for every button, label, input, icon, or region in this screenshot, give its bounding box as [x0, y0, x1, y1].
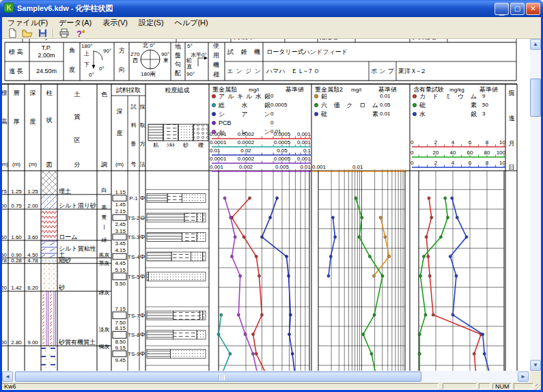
color-tone: | — [98, 223, 111, 229]
standard-header: 基準値 — [479, 86, 498, 93]
title-bar[interactable]: K Samplev6.kdw - 化学柱状図 ▁ ▢ ✕ — [0, 0, 543, 17]
depth-value: 9.00 — [25, 339, 41, 346]
thickness-value: 0.28 — [8, 257, 25, 264]
document-sheet: T only not mds代理人指定者ク責任者標 高T.P.2.00m進 長2… — [2, 39, 530, 371]
legend-standard-value: 0.0005 — [270, 102, 287, 108]
menu-item-0[interactable]: ファイル(F) — [2, 17, 53, 29]
sheet-text: 図 — [42, 161, 56, 168]
sample-depth-top: 5.15 — [112, 267, 126, 273]
elevation-value: .00 — [2, 203, 7, 209]
save-button[interactable] — [35, 28, 50, 39]
axis-label: 0.001 — [312, 164, 326, 170]
sheet-text: 月 — [506, 140, 517, 147]
panel-unit: mg/l — [249, 87, 259, 93]
svg-text:K: K — [6, 4, 12, 12]
scroll-right-button[interactable]: ► — [518, 372, 529, 382]
color-tone: 緑灰 — [98, 290, 111, 296]
sample-depth-top: 4.15 — [112, 247, 126, 253]
soil-name: ローム — [59, 234, 77, 240]
sample-depth-top: 3.15 — [112, 228, 126, 234]
length-label: 進 長 — [9, 68, 23, 74]
toolbar-separator — [53, 29, 54, 38]
sampling-method-symbol: Φ — [139, 312, 145, 319]
axis-label: 0.0002 — [232, 156, 260, 162]
sheet-text: 質 — [57, 113, 97, 120]
elevation-value: .00 — [2, 339, 7, 346]
sample-depth-bottom: 9.45 — [112, 357, 126, 363]
slope-label: 配 — [175, 70, 181, 76]
menu-bar: ファイル(F)データ(A)表示(V)設定(S)ヘルプ(H) — [2, 17, 541, 28]
new-file-button[interactable] — [5, 28, 20, 39]
soil-name: シルト混り砂 — [59, 202, 96, 209]
thickness-value: 1.60 — [8, 234, 25, 240]
scroll-up-button[interactable]: ▲ — [530, 39, 541, 50]
sample-number: TS-9 — [128, 351, 139, 357]
menu-item-2[interactable]: 表示(V) — [97, 17, 133, 29]
vertical-scrollbar[interactable]: ▲ ▼ — [530, 39, 541, 371]
sheet-text: (m) — [111, 161, 128, 167]
sheet-text: 下 — [84, 61, 89, 68]
maximize-button[interactable]: ▢ — [510, 3, 525, 15]
legend-series-name: 水銀 — [419, 111, 477, 117]
depth-value: 2.00 — [25, 203, 41, 209]
print-button[interactable] — [57, 28, 72, 39]
sheet-text: 方 — [139, 141, 145, 147]
soil-name: 細砂 — [59, 257, 71, 264]
horizontal-scroll-thumb[interactable] — [15, 372, 421, 382]
sheet-text: 区 — [57, 137, 97, 143]
axis-label: 0.0002 — [232, 131, 260, 137]
sheet-text: 角 — [69, 47, 75, 54]
sheet-text: 0° — [89, 72, 94, 78]
sheet-text: 度 — [26, 118, 40, 125]
svg-text:?: ? — [76, 29, 82, 39]
open-file-button[interactable] — [20, 28, 35, 39]
minimize-button[interactable]: ▁ — [495, 3, 509, 15]
scroll-grip — [219, 375, 225, 380]
axis-label: 0 — [410, 150, 413, 156]
sheet-text: 東 — [163, 57, 169, 64]
sampling-method-symbol: Φ — [139, 331, 145, 338]
sampling-method-symbol: Φ — [139, 273, 145, 280]
panel-title: 含有量試験 — [413, 86, 444, 93]
sample-depth-top: 8.15 — [112, 325, 126, 331]
axis-label: 10 — [478, 160, 505, 166]
menu-item-1[interactable]: データ(A) — [53, 17, 97, 29]
app-window: K Samplev6.kdw - 化学柱状図 ▁ ▢ ✕ ファイル(F)データ(… — [0, 0, 543, 392]
sheet-text: 180南 — [141, 71, 155, 77]
legend-series-name: アルキル水銀 — [219, 93, 270, 100]
close-button[interactable]: ✕ — [526, 3, 540, 15]
help-button[interactable]: ?◆ — [72, 28, 87, 39]
sheet-text: 番 — [128, 141, 139, 147]
menu-item-3[interactable]: 設定(S) — [133, 17, 169, 29]
legend-standard-value: 0.01 — [380, 93, 391, 99]
thickness-value: 1.25 — [8, 188, 25, 195]
sampling-method-symbol: Φ — [139, 253, 145, 260]
standard-header: 基準値 — [286, 86, 304, 93]
color-tone: 淡灰 — [98, 326, 111, 333]
elevation-value: .75 — [2, 188, 7, 195]
designator-label: 指定者 — [320, 39, 338, 40]
sample-depth-top: 1.15 — [112, 189, 126, 195]
pump-label: ポンプ — [371, 68, 394, 74]
svg-text:◆: ◆ — [82, 29, 85, 33]
menu-item-4[interactable]: ヘルプ(H) — [169, 17, 214, 29]
legend-standard-value: 0.01 — [380, 111, 391, 117]
sheet-text: 直 — [186, 64, 192, 70]
status-pane-3 — [514, 383, 533, 389]
sample-number: TS-8 — [128, 332, 139, 338]
sample-number: TS-2 — [128, 215, 139, 221]
axis-label: 0.01 — [336, 164, 363, 170]
vertical-scroll-thumb[interactable] — [530, 79, 541, 117]
sampling-method-symbol: Φ — [139, 234, 145, 240]
axis-label: 0.001 — [283, 131, 311, 137]
legend-series-name: 六価クロム — [321, 102, 378, 109]
scroll-left-button[interactable]: ◄ — [2, 372, 13, 382]
sheet-text: 分 — [57, 161, 97, 168]
sheet-text: 状 — [42, 117, 56, 124]
axis-label: 0.002 — [232, 164, 260, 170]
sheet-text: 方 — [119, 47, 125, 54]
sample-depth-bottom: 3.45 — [112, 240, 126, 247]
scroll-down-button[interactable]: ▼ — [530, 360, 541, 371]
sample-number: TS-4 — [128, 254, 139, 260]
horizontal-scrollbar[interactable]: ◄ ► — [2, 371, 530, 382]
